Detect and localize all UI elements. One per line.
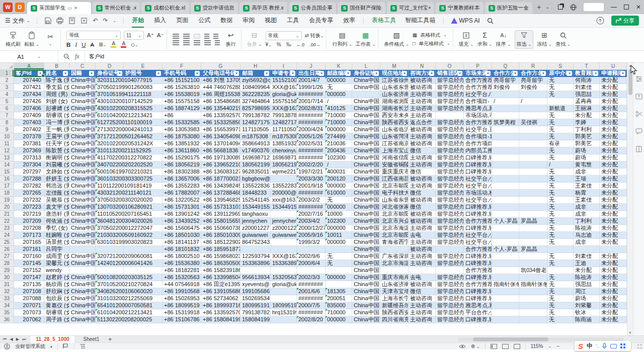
cell[interactable]: 王迪 (574, 260, 600, 267)
cell[interactable]: +86 1899937166 (201, 302, 240, 309)
cell[interactable]: China中国 (352, 295, 380, 302)
cell[interactable]: +86 13220522 (163, 197, 201, 204)
cell[interactable]: 季文茹 (女 (44, 84, 69, 91)
cell[interactable]: 王素佳 (574, 197, 600, 204)
cell[interactable]: 200436 (326, 147, 352, 154)
cell[interactable]: 社交平台,小 (464, 239, 492, 246)
cell[interactable]: China中国 (69, 84, 96, 91)
cell[interactable]: 340702200202202520 (96, 161, 124, 168)
cell[interactable] (69, 246, 96, 253)
cell[interactable]: 153449155 (240, 204, 271, 211)
cell[interactable]: 留学总经办 (436, 288, 464, 295)
cell[interactable]: China中国 (352, 119, 380, 126)
cell[interactable]: 2001/6/6 (297, 288, 326, 295)
column-header-B[interactable]: B (44, 63, 69, 70)
cell[interactable]: 142401200006041426 (96, 260, 124, 267)
cell[interactable]: China中国 (69, 168, 96, 175)
menu-item-开始[interactable]: 开始 (131, 15, 145, 27)
cell[interactable]: 社交平台,小 (464, 183, 492, 190)
cell[interactable]: / (326, 98, 352, 105)
cell[interactable]: 冯一博 (男 (44, 119, 69, 126)
align-bottom-icon[interactable] (194, 34, 200, 39)
cell[interactable]: China中国 (69, 161, 96, 168)
cell[interactable]: 962835011 (240, 168, 271, 175)
filter-dropdown-icon[interactable]: ▾ (89, 71, 94, 76)
cell[interactable]: +86 18182281 (163, 267, 201, 274)
cell[interactable]: China中国 (352, 140, 380, 147)
cell[interactable]: 无 (547, 168, 574, 175)
tab-smart-toolbox[interactable]: 智能工具箱 (404, 15, 436, 27)
cell[interactable]: 陈子逸 (男 (44, 77, 69, 84)
column-header-S[interactable]: S (547, 63, 574, 70)
cell[interactable]: 371721200501264452 (96, 133, 124, 140)
cell[interactable]: 亮哥留学 (492, 77, 519, 84)
cell[interactable] (519, 316, 547, 323)
cell[interactable]: 207073 (14, 309, 44, 316)
cell[interactable]: 留学总经办 (436, 204, 464, 211)
cell[interactable]: +86 1598680231 (201, 253, 240, 260)
cell[interactable]: 未分配 (600, 154, 627, 161)
cell[interactable]: 207304 (14, 161, 44, 168)
cell[interactable]: +86 1971300890 (201, 154, 240, 161)
cell[interactable]: 成非 (574, 204, 600, 211)
cell[interactable]: z20001227 (271, 225, 297, 232)
borders-button[interactable]: ⊞⌄ (99, 42, 106, 47)
cell[interactable]: 社交平台,小 (464, 197, 492, 204)
cell[interactable]: 吴晓慕 (女 (44, 197, 69, 204)
cell[interactable]: 刘紫馨 (574, 302, 600, 309)
cell[interactable]: 无 (326, 260, 352, 267)
cell[interactable]: China中国 (352, 246, 380, 253)
table-header-cell[interactable]: 邮箱▾ (240, 70, 271, 77)
close-button[interactable]: ✕ (636, 4, 641, 10)
cell[interactable] (96, 267, 124, 274)
cell[interactable]: 未分配 (600, 183, 627, 190)
cell[interactable] (326, 281, 352, 288)
cell[interactable]: 口碑推荐,转 (464, 225, 492, 232)
cell[interactable]: wendy (44, 267, 69, 274)
screen-share-icon[interactable]: ▭ (68, 6, 72, 11)
cell[interactable] (492, 91, 519, 98)
cell[interactable]: 无 (547, 77, 574, 84)
cell[interactable]: 2003/3/30 (297, 175, 326, 183)
cell[interactable]: 无 (547, 147, 574, 154)
cell[interactable]: 被动咨询 (409, 84, 436, 91)
column-header-T[interactable]: T (574, 63, 600, 70)
cell[interactable]: guiwanwei (271, 232, 297, 239)
cell[interactable]: +86 1582391866 (201, 267, 240, 274)
document-tab[interactable]: S国任财产保险样本.x (338, 2, 385, 14)
cell[interactable] (240, 246, 271, 253)
cell[interactable]: 无 (547, 302, 574, 309)
cell[interactable]: 2000/12/27 (297, 225, 326, 232)
cell[interactable]: / (519, 98, 547, 105)
row-number[interactable]: 20 (0, 204, 14, 211)
cell[interactable]: 口碑推荐,转 (464, 295, 492, 302)
cell[interactable]: 未分配 (600, 218, 627, 225)
row-number[interactable]: 4 (0, 91, 14, 98)
cell[interactable]: +86 13611860 (163, 147, 201, 154)
cell[interactable]: 799138782 (240, 309, 271, 316)
document-tab[interactable]: S公务员国企事业单位 (289, 2, 337, 14)
cell[interactable]: 207219 (14, 211, 44, 218)
format-painter-button[interactable]: 格式刷 (6, 31, 21, 48)
tab-list-chevron-icon[interactable]: ⌄ (545, 5, 552, 10)
cell[interactable]: 刘晨曦 (女 (44, 161, 69, 168)
cell[interactable] (492, 302, 519, 309)
cell[interactable] (492, 274, 519, 281)
document-tab[interactable]: S英国留学生▭✕ (27, 2, 91, 14)
row-number[interactable]: 26 (0, 246, 14, 253)
cell[interactable]: +86 1396522100 (201, 161, 240, 168)
comma-style-icon[interactable]: ‰ (286, 42, 291, 47)
cell[interactable]: 包欣辰 (女 (44, 295, 69, 302)
cell[interactable]: 重庆市南岸 (380, 274, 409, 281)
cell[interactable]: 主动咨询 (409, 225, 436, 232)
cell[interactable] (271, 295, 297, 302)
cell[interactable]: 2002/8/20 (297, 316, 326, 323)
cell[interactable]: 710000 (326, 112, 352, 119)
cell[interactable]: 207223 (14, 204, 44, 211)
cell[interactable]: China中国 (69, 309, 96, 316)
cell[interactable]: 彭睿婧 (女 (44, 105, 69, 112)
cell[interactable]: 2000/7/5 (297, 302, 326, 309)
row-number[interactable]: 13 (0, 154, 14, 161)
cell[interactable] (519, 253, 547, 260)
cell[interactable] (69, 267, 96, 274)
